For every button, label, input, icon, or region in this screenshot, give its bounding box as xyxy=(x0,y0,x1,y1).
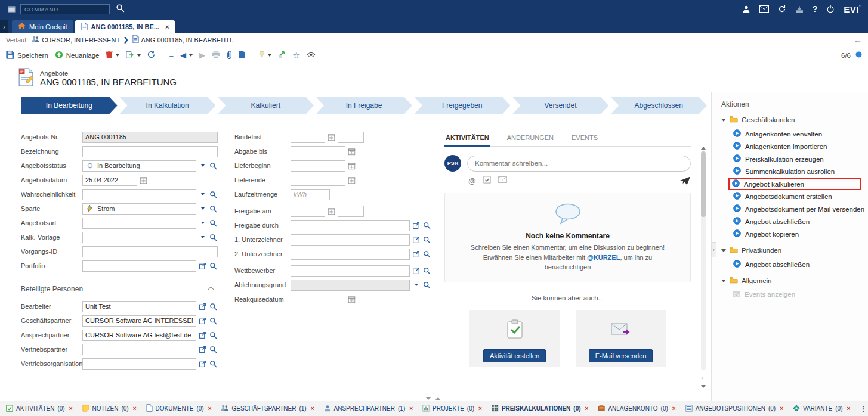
activity-tab-events[interactable]: EVENTS xyxy=(570,131,599,146)
new-record-button[interactable]: Neuanlage xyxy=(55,51,100,60)
calendar-icon[interactable] xyxy=(347,175,356,185)
field-abgabe-bis-input[interactable] xyxy=(291,146,345,157)
process-step-freigegeben[interactable]: Freigegeben xyxy=(414,97,511,114)
action-summenkalkulation-ausrollen[interactable]: Summenkalkulation ausrollen xyxy=(731,165,863,178)
bottom-tab-angebotspositionen[interactable]: ANGEBOTSPOSITIONEN(0)× xyxy=(685,405,783,413)
bottom-tab-geschaftspartner[interactable]: GESCHÄFTSPARTNER(1)× xyxy=(221,405,314,412)
field-1-unterzeichner-input[interactable] xyxy=(291,234,410,246)
process-step-in-kalkulation[interactable]: In Kalkulation xyxy=(119,97,216,114)
field-vertriebspartner-input[interactable] xyxy=(82,344,196,355)
activity-tab-anderungen[interactable]: ÄNDERUNGEN xyxy=(506,131,555,146)
field-freigabe-am-input2[interactable] xyxy=(338,206,364,217)
dropdown-caret-icon[interactable] xyxy=(412,280,421,290)
field-portfolio-input[interactable] xyxy=(82,260,196,272)
close-tab-icon[interactable]: × xyxy=(478,405,482,412)
bottom-tab-preiskalkulationen[interactable]: PREISKALKULATIONEN(0)× xyxy=(492,405,588,413)
field-geschaftspartner-input[interactable] xyxy=(82,315,196,327)
send-email-button[interactable]: E-Mail versenden xyxy=(589,349,653,362)
open-record-icon[interactable] xyxy=(198,261,207,271)
process-step-kalkuliert[interactable]: Kalkuliert xyxy=(217,97,314,114)
bottom-tab-variante[interactable]: VARIANTE(0)× xyxy=(793,405,850,413)
close-tab-icon[interactable]: × xyxy=(780,405,783,412)
activity-scrollbar[interactable]: ← xyxy=(700,144,707,390)
create-activity-card[interactable]: Aktivität erstellen xyxy=(469,310,560,367)
dropdown-caret-icon[interactable] xyxy=(198,204,207,213)
create-activity-button[interactable]: Aktivität erstellen xyxy=(483,349,546,362)
action-anlagenkonten-importieren[interactable]: Anlagenkonten importieren xyxy=(731,140,863,153)
field-sparte-value[interactable]: Strom xyxy=(82,203,196,215)
lookup-icon[interactable] xyxy=(422,280,431,290)
field-lieferende-input[interactable] xyxy=(291,175,345,186)
field-angebotsstatus-value[interactable]: In Bearbeitung xyxy=(82,160,196,172)
field-bindefrist-input[interactable] xyxy=(291,132,325,143)
watch-button[interactable] xyxy=(307,52,316,59)
bottom-tab-ansprechpartner[interactable]: ANSPRECHPARTNER(1)× xyxy=(324,405,413,413)
open-record-icon[interactable] xyxy=(198,359,207,368)
field-kalk-vorlage-input[interactable] xyxy=(82,232,196,243)
field-freigabe-am-input[interactable] xyxy=(291,206,325,217)
send-email-card[interactable]: E-Mail versenden xyxy=(576,310,666,367)
document-button[interactable] xyxy=(239,51,245,60)
collapse-panel-arrow-icon[interactable]: ← xyxy=(700,372,708,381)
lookup-icon[interactable] xyxy=(209,330,218,340)
field-angebotsdatum-input[interactable] xyxy=(82,175,137,186)
collapse-section-icon[interactable] xyxy=(208,286,214,292)
tree-collapse-icon[interactable] xyxy=(721,249,726,252)
mail-icon[interactable] xyxy=(759,5,769,13)
field-bezeichnung-input[interactable] xyxy=(82,146,218,157)
menu-icon[interactable]: ≡ xyxy=(169,51,174,59)
comment-input[interactable] xyxy=(467,156,691,172)
field-vorgangs-id-input[interactable] xyxy=(82,246,218,257)
open-record-icon[interactable] xyxy=(412,266,421,275)
open-record-icon[interactable] xyxy=(198,302,207,311)
action-angebot-kalkulieren[interactable]: Angebot kalkulieren xyxy=(728,178,861,190)
export-button[interactable] xyxy=(126,51,141,60)
dropdown-caret-icon[interactable] xyxy=(198,161,207,170)
tab-record-angebot[interactable]: ANG 0001185, IN BE... × xyxy=(75,20,175,33)
bottom-tab-aktivitaten[interactable]: AKTIVITÄTEN(0)× xyxy=(6,405,73,413)
user-icon[interactable] xyxy=(742,5,750,13)
process-step-abgeschlossen[interactable]: Abgeschlossen xyxy=(610,97,707,114)
lookup-icon[interactable] xyxy=(209,161,218,170)
field-wettbewerber-input[interactable] xyxy=(291,265,410,277)
lookup-icon[interactable] xyxy=(422,266,431,275)
lookup-icon[interactable] xyxy=(209,190,218,199)
open-record-icon[interactable] xyxy=(198,344,207,354)
workflow-button[interactable] xyxy=(278,51,286,60)
lookup-icon[interactable] xyxy=(209,344,218,354)
action-angebotsdokument-erstellen[interactable]: Angebotsdokument erstellen xyxy=(731,190,863,203)
dropdown-caret-icon[interactable] xyxy=(198,232,207,242)
open-record-icon[interactable] xyxy=(412,235,421,244)
field-angebots-nr-input[interactable] xyxy=(82,132,218,143)
expand-panel-icon[interactable]: › xyxy=(0,20,8,33)
close-tab-icon[interactable]: × xyxy=(672,405,676,412)
open-record-icon[interactable] xyxy=(198,330,207,340)
bottom-tab-weitere-bereiche[interactable]: ⋮WEITERE BEREICHE xyxy=(860,405,868,413)
field-wahrscheinlichkeit-input[interactable] xyxy=(82,189,196,200)
lookup-icon[interactable] xyxy=(209,232,218,242)
splitter-up-icon[interactable] xyxy=(435,397,440,400)
panel-resize-handle[interactable]: › xyxy=(711,242,716,257)
bottom-tab-projekte[interactable]: PROJEKTE(0)× xyxy=(422,405,482,413)
tree-collapse-icon[interactable] xyxy=(721,280,726,282)
field-laufzeitmenge-input[interactable] xyxy=(291,189,330,200)
caret-down-icon[interactable] xyxy=(268,54,271,57)
close-tab-icon[interactable]: × xyxy=(585,405,589,412)
dropdown-caret-icon[interactable] xyxy=(198,190,207,199)
scrollbar-track[interactable] xyxy=(701,151,706,370)
field-angebotsart-input[interactable] xyxy=(82,218,196,229)
save-button[interactable]: Speichern xyxy=(6,51,48,60)
field-ansprechpartner-input[interactable] xyxy=(82,330,196,341)
process-step-versendet[interactable]: Versendet xyxy=(512,97,609,114)
field-2-unterzeichner-input[interactable] xyxy=(291,249,410,260)
scrollbar-thumb[interactable] xyxy=(701,151,706,217)
calendar-icon[interactable] xyxy=(347,147,356,156)
calendar-icon[interactable] xyxy=(139,175,148,185)
close-tab-icon[interactable]: × xyxy=(165,23,169,30)
action-angebot-abschliessen[interactable]: Angebot abschließen xyxy=(731,258,863,271)
bottom-tab-dokumente[interactable]: DOKUMENTE(0)× xyxy=(146,404,212,413)
field-bearbeiter-input[interactable] xyxy=(82,301,196,312)
attachment-button[interactable] xyxy=(227,51,232,60)
lookup-icon[interactable] xyxy=(422,235,431,244)
process-step-in-bearbeitung[interactable]: In Bearbeitung xyxy=(21,97,118,114)
